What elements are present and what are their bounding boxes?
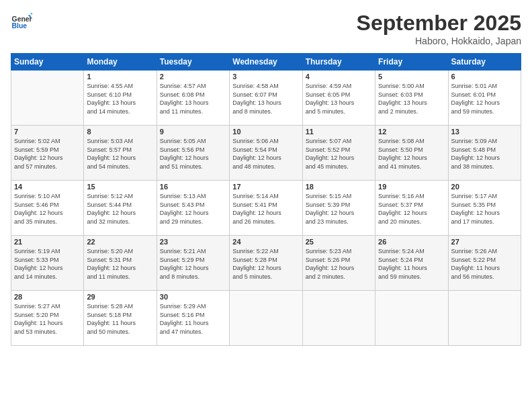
calendar-cell: 22Sunrise: 5:20 AM Sunset: 5:31 PM Dayli… bbox=[84, 236, 157, 291]
day-info: Sunrise: 5:28 AM Sunset: 5:18 PM Dayligh… bbox=[87, 302, 153, 336]
title-block: September 2025 Haboro, Hokkaido, Japan bbox=[357, 11, 521, 46]
day-info: Sunrise: 5:15 AM Sunset: 5:39 PM Dayligh… bbox=[306, 192, 372, 226]
day-number: 23 bbox=[160, 238, 226, 246]
calendar-cell bbox=[375, 291, 448, 346]
logo: General Blue bbox=[11, 11, 32, 32]
day-info: Sunrise: 5:01 AM Sunset: 6:01 PM Dayligh… bbox=[451, 82, 518, 116]
day-info: Sunrise: 5:07 AM Sunset: 5:52 PM Dayligh… bbox=[306, 137, 372, 171]
day-number: 28 bbox=[14, 293, 81, 301]
logo-icon: General Blue bbox=[11, 11, 32, 32]
header: General Blue September 2025 Haboro, Hokk… bbox=[11, 11, 521, 46]
day-number: 21 bbox=[14, 238, 81, 246]
day-number: 30 bbox=[160, 293, 226, 301]
calendar-table: Sunday Monday Tuesday Wednesday Thursday… bbox=[11, 53, 521, 346]
calendar-cell: 23Sunrise: 5:21 AM Sunset: 5:29 PM Dayli… bbox=[157, 236, 229, 291]
week-row-3: 14Sunrise: 5:10 AM Sunset: 5:46 PM Dayli… bbox=[11, 181, 521, 236]
day-info: Sunrise: 5:10 AM Sunset: 5:46 PM Dayligh… bbox=[14, 192, 81, 226]
day-info: Sunrise: 5:20 AM Sunset: 5:31 PM Dayligh… bbox=[87, 247, 153, 281]
calendar-cell: 2Sunrise: 4:57 AM Sunset: 6:08 PM Daylig… bbox=[157, 71, 229, 126]
calendar-cell: 11Sunrise: 5:07 AM Sunset: 5:52 PM Dayli… bbox=[302, 126, 375, 181]
day-info: Sunrise: 5:24 AM Sunset: 5:24 PM Dayligh… bbox=[378, 247, 445, 281]
calendar-cell: 29Sunrise: 5:28 AM Sunset: 5:18 PM Dayli… bbox=[84, 291, 157, 346]
day-number: 25 bbox=[306, 238, 372, 246]
calendar-cell: 3Sunrise: 4:58 AM Sunset: 6:07 PM Daylig… bbox=[230, 71, 302, 126]
header-saturday: Saturday bbox=[448, 54, 521, 71]
week-row-5: 28Sunrise: 5:27 AM Sunset: 5:20 PM Dayli… bbox=[11, 291, 521, 346]
day-number: 8 bbox=[87, 128, 153, 136]
svg-text:Blue: Blue bbox=[12, 22, 28, 30]
day-number: 9 bbox=[160, 128, 226, 136]
page-container: General Blue September 2025 Haboro, Hokk… bbox=[0, 0, 532, 411]
calendar-cell bbox=[230, 291, 302, 346]
calendar-cell: 5Sunrise: 5:00 AM Sunset: 6:03 PM Daylig… bbox=[375, 71, 448, 126]
day-info: Sunrise: 5:23 AM Sunset: 5:26 PM Dayligh… bbox=[306, 247, 372, 281]
calendar-cell: 8Sunrise: 5:03 AM Sunset: 5:57 PM Daylig… bbox=[84, 126, 157, 181]
day-number: 27 bbox=[451, 238, 518, 246]
calendar-cell: 26Sunrise: 5:24 AM Sunset: 5:24 PM Dayli… bbox=[375, 236, 448, 291]
day-number: 20 bbox=[451, 183, 518, 191]
day-info: Sunrise: 5:14 AM Sunset: 5:41 PM Dayligh… bbox=[232, 192, 299, 226]
day-info: Sunrise: 5:00 AM Sunset: 6:03 PM Dayligh… bbox=[378, 82, 445, 116]
day-info: Sunrise: 5:05 AM Sunset: 5:56 PM Dayligh… bbox=[160, 137, 226, 171]
day-number: 1 bbox=[87, 73, 153, 81]
svg-text:General: General bbox=[12, 15, 32, 23]
header-wednesday: Wednesday bbox=[230, 54, 302, 71]
calendar-cell: 12Sunrise: 5:08 AM Sunset: 5:50 PM Dayli… bbox=[375, 126, 448, 181]
header-tuesday: Tuesday bbox=[157, 54, 229, 71]
week-row-1: 1Sunrise: 4:55 AM Sunset: 6:10 PM Daylig… bbox=[11, 71, 521, 126]
day-info: Sunrise: 5:17 AM Sunset: 5:35 PM Dayligh… bbox=[451, 192, 518, 226]
day-number: 10 bbox=[232, 128, 299, 136]
day-info: Sunrise: 5:29 AM Sunset: 5:16 PM Dayligh… bbox=[160, 302, 226, 336]
calendar-cell: 21Sunrise: 5:19 AM Sunset: 5:33 PM Dayli… bbox=[11, 236, 84, 291]
day-info: Sunrise: 5:03 AM Sunset: 5:57 PM Dayligh… bbox=[87, 137, 153, 171]
day-info: Sunrise: 5:16 AM Sunset: 5:37 PM Dayligh… bbox=[378, 192, 445, 226]
day-info: Sunrise: 5:08 AM Sunset: 5:50 PM Dayligh… bbox=[378, 137, 445, 171]
calendar-cell: 10Sunrise: 5:06 AM Sunset: 5:54 PM Dayli… bbox=[230, 126, 302, 181]
day-number: 2 bbox=[160, 73, 226, 81]
day-number: 11 bbox=[306, 128, 372, 136]
calendar-cell: 9Sunrise: 5:05 AM Sunset: 5:56 PM Daylig… bbox=[157, 126, 229, 181]
header-sunday: Sunday bbox=[11, 54, 84, 71]
header-friday: Friday bbox=[375, 54, 448, 71]
header-monday: Monday bbox=[84, 54, 157, 71]
calendar-cell: 20Sunrise: 5:17 AM Sunset: 5:35 PM Dayli… bbox=[448, 181, 521, 236]
day-info: Sunrise: 5:27 AM Sunset: 5:20 PM Dayligh… bbox=[14, 302, 81, 336]
week-row-4: 21Sunrise: 5:19 AM Sunset: 5:33 PM Dayli… bbox=[11, 236, 521, 291]
day-number: 17 bbox=[232, 183, 299, 191]
day-info: Sunrise: 5:19 AM Sunset: 5:33 PM Dayligh… bbox=[14, 247, 81, 281]
day-info: Sunrise: 4:57 AM Sunset: 6:08 PM Dayligh… bbox=[160, 82, 226, 116]
day-number: 16 bbox=[160, 183, 226, 191]
weekday-header-row: Sunday Monday Tuesday Wednesday Thursday… bbox=[11, 54, 521, 71]
day-number: 7 bbox=[14, 128, 81, 136]
calendar-cell: 24Sunrise: 5:22 AM Sunset: 5:28 PM Dayli… bbox=[230, 236, 302, 291]
calendar-cell: 28Sunrise: 5:27 AM Sunset: 5:20 PM Dayli… bbox=[11, 291, 84, 346]
day-info: Sunrise: 5:06 AM Sunset: 5:54 PM Dayligh… bbox=[232, 137, 299, 171]
day-number: 19 bbox=[378, 183, 445, 191]
calendar-cell: 17Sunrise: 5:14 AM Sunset: 5:41 PM Dayli… bbox=[230, 181, 302, 236]
day-number: 13 bbox=[451, 128, 518, 136]
calendar-cell: 30Sunrise: 5:29 AM Sunset: 5:16 PM Dayli… bbox=[157, 291, 229, 346]
day-number: 12 bbox=[378, 128, 445, 136]
day-info: Sunrise: 4:59 AM Sunset: 6:05 PM Dayligh… bbox=[306, 82, 372, 116]
calendar-cell: 19Sunrise: 5:16 AM Sunset: 5:37 PM Dayli… bbox=[375, 181, 448, 236]
calendar-cell: 7Sunrise: 5:02 AM Sunset: 5:59 PM Daylig… bbox=[11, 126, 84, 181]
calendar-cell: 13Sunrise: 5:09 AM Sunset: 5:48 PM Dayli… bbox=[448, 126, 521, 181]
day-number: 15 bbox=[87, 183, 153, 191]
calendar-cell: 16Sunrise: 5:13 AM Sunset: 5:43 PM Dayli… bbox=[157, 181, 229, 236]
day-info: Sunrise: 5:12 AM Sunset: 5:44 PM Dayligh… bbox=[87, 192, 153, 226]
day-number: 6 bbox=[451, 73, 518, 81]
week-row-2: 7Sunrise: 5:02 AM Sunset: 5:59 PM Daylig… bbox=[11, 126, 521, 181]
day-info: Sunrise: 5:13 AM Sunset: 5:43 PM Dayligh… bbox=[160, 192, 226, 226]
day-info: Sunrise: 5:26 AM Sunset: 5:22 PM Dayligh… bbox=[451, 247, 518, 281]
day-info: Sunrise: 4:58 AM Sunset: 6:07 PM Dayligh… bbox=[232, 82, 299, 116]
calendar-cell bbox=[448, 291, 521, 346]
calendar-cell bbox=[11, 71, 84, 126]
day-number: 22 bbox=[87, 238, 153, 246]
day-number: 29 bbox=[87, 293, 153, 301]
calendar-cell: 6Sunrise: 5:01 AM Sunset: 6:01 PM Daylig… bbox=[448, 71, 521, 126]
day-number: 5 bbox=[378, 73, 445, 81]
calendar-cell: 15Sunrise: 5:12 AM Sunset: 5:44 PM Dayli… bbox=[84, 181, 157, 236]
day-number: 14 bbox=[14, 183, 81, 191]
calendar-cell: 25Sunrise: 5:23 AM Sunset: 5:26 PM Dayli… bbox=[302, 236, 375, 291]
day-info: Sunrise: 5:02 AM Sunset: 5:59 PM Dayligh… bbox=[14, 137, 81, 171]
